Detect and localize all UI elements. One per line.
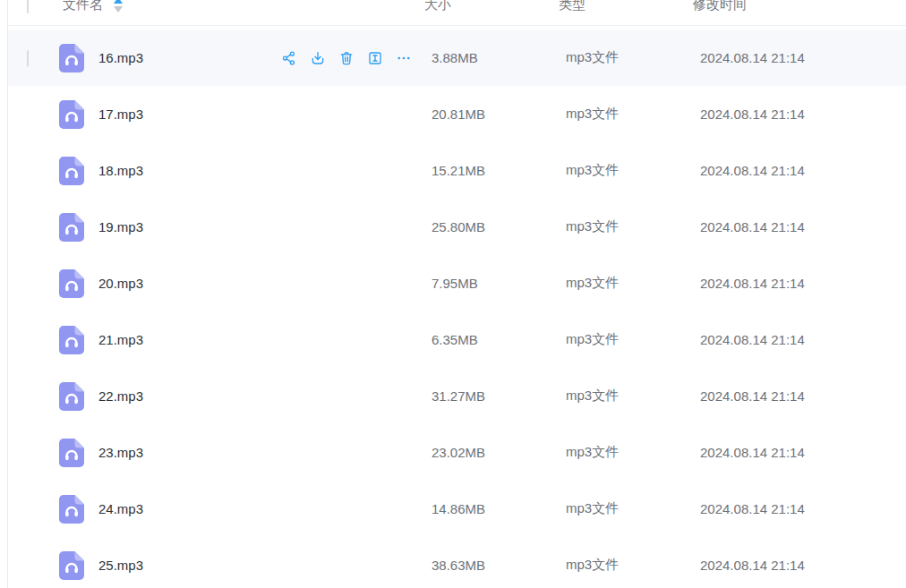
file-name[interactable]: 21.mp3 — [98, 332, 143, 347]
row-checkbox[interactable] — [27, 51, 41, 65]
table-row[interactable]: 23.mp3 — [8, 424, 906, 481]
row-actions — [281, 50, 412, 66]
file-modified: 2024.08.14 21:14 — [700, 332, 906, 347]
music-file-icon — [59, 382, 84, 411]
delete-icon[interactable] — [338, 50, 355, 66]
sort-desc-icon — [114, 6, 123, 13]
file-name[interactable]: 16.mp3 — [98, 50, 143, 65]
file-type: mp3文件 — [566, 162, 700, 179]
file-table: 文件名 大小 类型 修改时间 16.mp3 — [8, 0, 906, 588]
file-size: 31.27MB — [432, 388, 566, 404]
table-row[interactable]: 21.mp3 — [8, 311, 906, 368]
file-type: mp3文件 — [566, 444, 700, 461]
file-modified: 2024.08.14 21:14 — [700, 50, 906, 65]
file-type: mp3文件 — [566, 275, 700, 292]
file-type: mp3文件 — [566, 557, 700, 574]
file-modified: 2024.08.14 21:14 — [700, 558, 906, 573]
more-icon[interactable] — [396, 50, 412, 66]
select-all-checkbox[interactable] — [27, 0, 41, 12]
file-modified: 2024.08.14 21:14 — [700, 107, 906, 122]
file-modified: 2024.08.14 21:14 — [700, 276, 906, 291]
file-modified: 2024.08.14 21:14 — [700, 388, 906, 404]
sort-asc-icon — [114, 0, 123, 4]
column-header-type[interactable]: 类型 — [559, 0, 693, 13]
rename-icon[interactable] — [367, 50, 383, 66]
table-row[interactable]: 25.mp3 — [8, 537, 906, 588]
table-header-row: 文件名 大小 类型 修改时间 — [8, 0, 906, 26]
music-file-icon — [59, 495, 84, 524]
file-size: 38.63MB — [432, 558, 566, 573]
table-row[interactable]: 20.mp3 — [8, 255, 906, 311]
table-row[interactable]: 22.mp3 — [8, 368, 906, 424]
file-size: 3.88MB — [432, 50, 566, 65]
column-header-modified[interactable]: 修改时间 — [693, 0, 899, 13]
file-name[interactable]: 25.mp3 — [98, 558, 143, 573]
table-row[interactable]: 19.mp3 — [8, 199, 906, 255]
sort-toggle[interactable] — [114, 0, 123, 13]
file-type: mp3文件 — [566, 49, 700, 66]
table-body: 16.mp3 — [8, 26, 906, 588]
file-manager-page: 文件名 大小 类型 修改时间 16.mp3 — [0, 0, 906, 588]
file-size: 20.81MB — [432, 107, 566, 122]
table-row[interactable]: 16.mp3 — [8, 30, 906, 86]
file-modified: 2024.08.14 21:14 — [700, 501, 906, 516]
music-file-icon — [59, 326, 84, 354]
music-file-icon — [59, 551, 84, 580]
file-name[interactable]: 17.mp3 — [98, 107, 143, 122]
table-row[interactable]: 24.mp3 — [8, 481, 906, 537]
file-size: 6.35MB — [432, 332, 566, 347]
table-row[interactable]: 17.mp3 — [8, 86, 906, 142]
share-icon[interactable] — [281, 50, 297, 66]
file-size: 25.80MB — [432, 219, 566, 234]
music-file-icon — [59, 269, 84, 298]
music-file-icon — [59, 213, 84, 242]
table-row[interactable]: 18.mp3 — [8, 142, 906, 199]
download-icon[interactable] — [310, 50, 326, 66]
file-size: 14.86MB — [432, 501, 566, 516]
column-header-filename-label: 文件名 — [63, 0, 103, 13]
file-type: mp3文件 — [566, 218, 700, 235]
file-type: mp3文件 — [566, 331, 700, 348]
music-file-icon — [59, 157, 84, 185]
file-modified: 2024.08.14 21:14 — [700, 219, 906, 234]
file-size: 23.02MB — [432, 445, 566, 460]
file-modified: 2024.08.14 21:14 — [700, 163, 906, 178]
file-type: mp3文件 — [566, 500, 700, 517]
file-name[interactable]: 22.mp3 — [98, 388, 143, 404]
file-type: mp3文件 — [566, 388, 700, 405]
music-file-icon — [59, 44, 84, 72]
file-modified: 2024.08.14 21:14 — [700, 445, 906, 460]
music-file-icon — [59, 100, 84, 129]
file-name[interactable]: 23.mp3 — [98, 445, 143, 460]
file-size: 7.95MB — [432, 276, 566, 291]
file-name[interactable]: 24.mp3 — [98, 501, 143, 516]
file-name[interactable]: 18.mp3 — [98, 163, 143, 178]
column-header-filename[interactable]: 文件名 — [63, 0, 123, 13]
column-header-size[interactable]: 大小 — [424, 0, 559, 13]
file-size: 15.21MB — [432, 163, 566, 178]
file-type: mp3文件 — [566, 106, 700, 123]
file-name[interactable]: 20.mp3 — [98, 276, 143, 291]
music-file-icon — [59, 439, 84, 467]
file-name[interactable]: 19.mp3 — [98, 219, 143, 234]
